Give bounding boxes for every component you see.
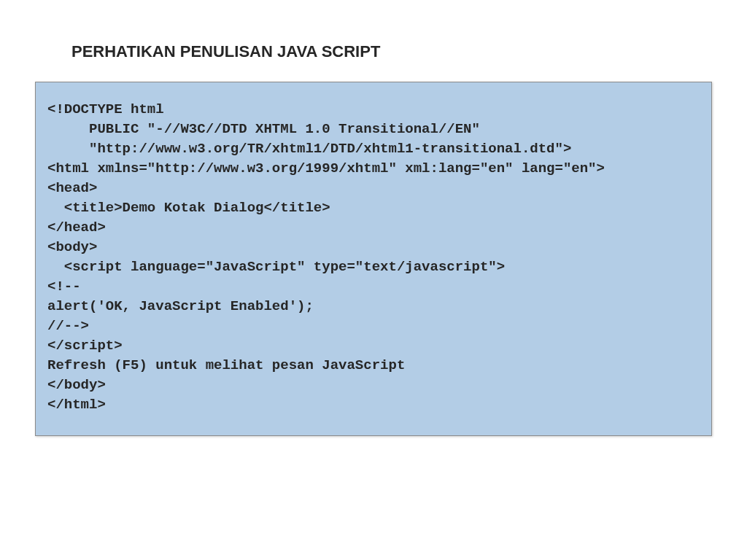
code-line: <!-- [47, 277, 700, 297]
code-line: <body> [47, 238, 700, 257]
code-line: <title>Demo Kotak Dialog</title> [47, 198, 700, 218]
code-line: </html> [47, 395, 700, 415]
code-line: Refresh (F5) untuk melihat pesan JavaScr… [47, 356, 700, 376]
code-line: <script language="JavaScript" type="text… [47, 257, 700, 277]
code-line: </script> [47, 336, 700, 356]
slide-title: PERHATIKAN PENULISAN JAVA SCRIPT [71, 42, 712, 61]
code-line: //--> [47, 316, 700, 336]
code-line: PUBLIC "-//W3C//DTD XHTML 1.0 Transition… [47, 120, 700, 139]
code-line: <html xmlns="http://www.w3.org/1999/xhtm… [47, 159, 700, 179]
code-block: <!DOCTYPE html PUBLIC "-//W3C//DTD XHTML… [35, 82, 712, 436]
code-line: </body> [47, 376, 700, 395]
code-line: </head> [47, 218, 700, 238]
slide-container: PERHATIKAN PENULISAN JAVA SCRIPT <!DOCTY… [0, 0, 747, 560]
code-line: "http://www.w3.org/TR/xhtml1/DTD/xhtml1-… [47, 139, 700, 159]
code-line: <head> [47, 179, 700, 198]
code-line: <!DOCTYPE html [47, 100, 700, 120]
code-line: alert('OK, JavaScript Enabled'); [47, 297, 700, 316]
